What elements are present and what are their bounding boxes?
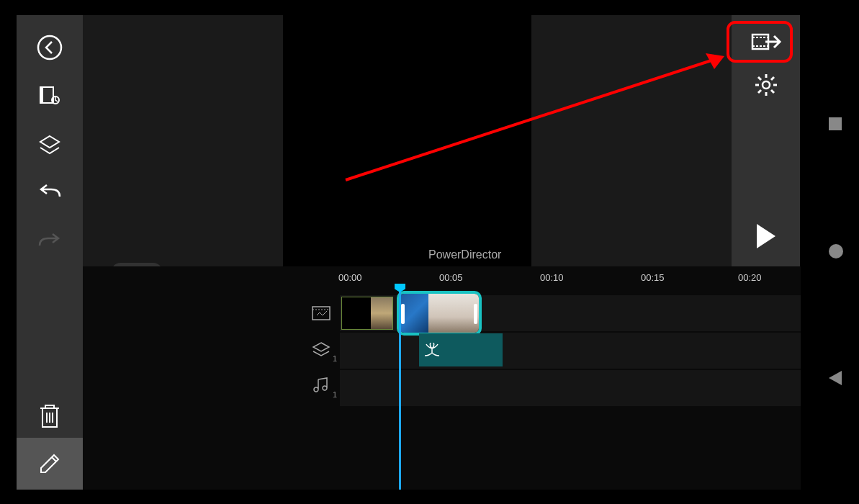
ruler-mark: 00:05 — [439, 272, 463, 283]
clip-trim-handle-left[interactable] — [401, 304, 405, 324]
playhead[interactable] — [399, 285, 401, 490]
system-back-button[interactable] — [827, 369, 846, 388]
triangle-left-icon — [827, 369, 843, 387]
clip-thumbnail — [428, 294, 479, 333]
trash-icon — [37, 402, 62, 430]
watermark-text: PowerDirector — [428, 248, 501, 261]
track-labels: 1 1 — [302, 295, 340, 403]
ruler-mark: 00:10 — [540, 272, 564, 283]
svg-rect-2 — [40, 87, 43, 103]
preview-prev-frame — [83, 15, 283, 266]
ruler-mark: 00:20 — [738, 272, 762, 283]
overlay-clip[interactable] — [419, 333, 503, 366]
timeline-ruler[interactable]: 00:00 00:05 00:10 00:15 00:20 — [83, 272, 801, 291]
clip-trim-handle-right[interactable] — [474, 304, 477, 324]
music-note-icon — [312, 377, 330, 394]
gear-icon — [753, 72, 779, 98]
ruler-mark: 00:00 — [338, 272, 362, 283]
svg-rect-8 — [312, 307, 330, 320]
layers-icon — [36, 132, 63, 159]
clip-thumbnail — [371, 297, 392, 329]
layers-small-icon — [312, 341, 330, 357]
overlay-track-number: 1 — [333, 354, 337, 363]
play-button[interactable] — [745, 215, 788, 258]
play-icon — [754, 222, 778, 250]
video-track-label — [302, 295, 340, 331]
undo-button[interactable] — [32, 176, 68, 212]
ruler-mark: 00:15 — [641, 272, 665, 283]
pencil-icon — [37, 451, 63, 477]
right-toolbar — [732, 15, 800, 266]
undo-arrow-icon — [35, 184, 64, 205]
layers-button[interactable] — [32, 127, 68, 163]
toolbar-bottom-group — [17, 395, 83, 490]
toolbar-top-group — [32, 15, 68, 395]
audio-track[interactable] — [340, 370, 801, 406]
redo-button — [32, 225, 68, 261]
svg-point-7 — [763, 81, 770, 89]
system-overview-button[interactable] — [827, 116, 846, 135]
edit-button[interactable] — [17, 438, 83, 490]
settings-button[interactable] — [745, 67, 788, 103]
palm-tree-icon — [423, 343, 441, 357]
audio-track-label: 1 — [302, 367, 340, 403]
overlay-track-label: 1 — [302, 331, 340, 367]
redo-arrow-icon — [35, 233, 64, 254]
media-film-icon — [36, 83, 63, 110]
export-icon — [750, 29, 783, 55]
left-toolbar — [17, 15, 83, 490]
system-home-button[interactable] — [827, 243, 846, 261]
square-icon — [827, 116, 843, 132]
svg-rect-10 — [829, 117, 842, 130]
video-clip-1[interactable] — [341, 297, 393, 330]
media-button[interactable] — [32, 78, 68, 114]
chevron-left-circle-icon — [36, 34, 63, 61]
svg-point-0 — [38, 36, 61, 59]
back-button[interactable] — [32, 30, 68, 66]
video-track-icon — [311, 305, 331, 321]
svg-point-11 — [829, 244, 843, 258]
export-button[interactable] — [745, 24, 788, 60]
circle-icon — [827, 243, 845, 260]
preview-next-frame — [531, 15, 732, 266]
system-nav — [814, 0, 859, 504]
preview-main[interactable] — [283, 15, 531, 266]
trash-button[interactable] — [17, 395, 83, 438]
audio-track-number: 1 — [333, 390, 337, 399]
video-clip-2-selected[interactable] — [397, 291, 482, 336]
overlay-track[interactable] — [340, 333, 801, 369]
right-top-group — [745, 24, 788, 103]
